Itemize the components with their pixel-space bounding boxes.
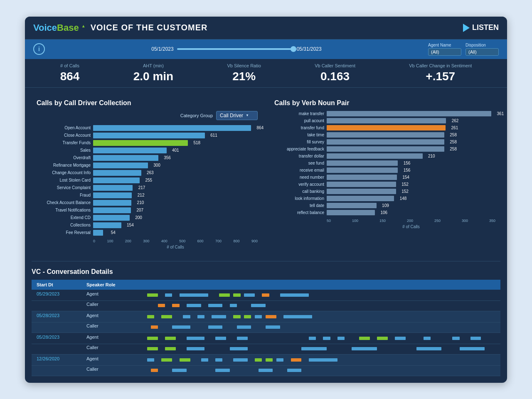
timeline-segment [165, 337, 176, 340]
timeline-segment [215, 358, 222, 362]
timeline-segment [283, 315, 312, 318]
timeline-segment [395, 337, 406, 340]
bar-row-right: need number 154 [274, 175, 495, 180]
table-row: 05/29/2023 Agent [32, 290, 500, 301]
speaker-role: Caller [86, 323, 128, 331]
speaker-role: Agent [86, 335, 128, 342]
bar: 207 [93, 207, 131, 213]
bar: 255 [93, 177, 140, 183]
metric-label: Vb Silence Ratio [227, 63, 261, 68]
timeline-segment [172, 325, 190, 329]
bar-row-right: verify account 152 [274, 182, 495, 187]
axis-label: 600 [197, 239, 204, 243]
timeline-segment [172, 304, 179, 307]
bar-container-right: 258 [327, 139, 495, 145]
bar-container: 518 [93, 140, 258, 146]
axis-label: 50 [327, 219, 331, 223]
axis-label: 400 [161, 239, 167, 243]
bar-container: 300 [93, 163, 258, 168]
timeline-cell [136, 335, 495, 342]
timeline-cell [136, 367, 495, 374]
bar-label: Extend CD [37, 215, 91, 220]
timeline-segment [187, 304, 201, 307]
left-chart-title: Calls by Call Driver Collection [37, 99, 258, 107]
metric-value: 21% [227, 70, 261, 83]
bar-row: Close Account 611 [37, 133, 258, 138]
bar: 148 [327, 196, 394, 201]
speaker-role: Caller [86, 345, 128, 352]
bar: 401 [93, 148, 167, 153]
right-x-axis: 50100150200250300350 [274, 219, 495, 223]
timeline-segment [287, 369, 302, 372]
bar-value: 207 [136, 207, 143, 213]
bar-container-right: 148 [327, 196, 495, 201]
bar-row: Check Account Balance 210 [37, 200, 258, 206]
bar-container: 611 [93, 133, 258, 138]
header: VoiceBase ▲ VOICE OF THE CUSTOMER LISTEN [25, 17, 507, 39]
axis-label: 700 [215, 239, 222, 243]
bar: 258 [327, 139, 444, 145]
bar-value: 258 [450, 132, 457, 138]
table-row: 05/28/2023 Agent [32, 333, 500, 344]
date-slider[interactable] [177, 48, 293, 50]
bar-row-right: call banking 152 [274, 189, 495, 194]
bar-container-right: 156 [327, 167, 495, 173]
timeline-segment [161, 358, 172, 362]
bar-value: 217 [138, 185, 145, 191]
bar-value: 156 [404, 167, 411, 173]
bar-label-right: reflect balance [274, 210, 324, 215]
bar-label-right: need number [274, 175, 324, 180]
left-chart: Calls by Call Driver Collection Category… [32, 94, 263, 254]
bar-label-right: take time [274, 133, 324, 137]
axis-label: 200 [125, 239, 131, 243]
timeline-segment [147, 358, 154, 362]
timeline-segment [208, 325, 223, 329]
bar-container-right: 210 [327, 153, 495, 159]
bar-label: Lost Stolen Card [37, 178, 91, 182]
bar-row-right: see fund 156 [274, 160, 495, 166]
sub-row: Caller [32, 323, 500, 333]
axis-label: 500 [179, 239, 185, 243]
timeline-segment [165, 347, 176, 350]
category-dropdown[interactable]: Call Driver [216, 111, 258, 120]
bar-row-right: receive email 156 [274, 167, 495, 173]
metric-value: 0.163 [315, 70, 355, 83]
timeline-segment [352, 347, 377, 350]
table-header-cell: Speaker Role [86, 282, 128, 287]
info-icon[interactable]: i [33, 43, 45, 55]
bar-row: Refinance Mortgage 300 [37, 163, 258, 168]
right-bar-chart: make transfer 361 pull acount 262 transf… [274, 111, 495, 215]
bar-container-right: 361 [327, 111, 495, 116]
bottom-section-title: VC - Conversation Details [32, 268, 500, 276]
listen-label: LISTEN [472, 23, 499, 32]
bar: 611 [93, 133, 205, 138]
timeline-segment [161, 315, 172, 318]
bar-label: Fee Reversal [37, 230, 91, 235]
disposition-select[interactable]: (All) [466, 48, 499, 56]
bar-label: Change Account Info [37, 170, 91, 175]
listen-button[interactable]: LISTEN [463, 23, 499, 32]
bar-value: 611 [210, 133, 217, 138]
right-chart-title: Calls by Verb Noun Pair [274, 99, 495, 107]
metric-value: +.157 [409, 70, 472, 83]
bar-label: Refinance Mortgage [37, 163, 91, 167]
bar-value: 109 [382, 203, 389, 209]
timeline-segment [244, 315, 251, 318]
timeline-segment [416, 347, 441, 350]
speaker-role: Caller [86, 302, 128, 309]
main-content: Calls by Call Driver Collection Category… [25, 88, 507, 261]
timeline-segment [377, 337, 388, 340]
timeline-cell [136, 323, 495, 331]
bar-container: 356 [93, 155, 258, 161]
timeline-segment [301, 347, 326, 350]
bar: 210 [327, 153, 423, 159]
agent-select[interactable]: (All) [428, 48, 461, 56]
timeline-segment [172, 369, 187, 372]
bar-container: 212 [93, 192, 258, 198]
bar: 154 [327, 175, 397, 180]
timeline-segment [452, 337, 459, 340]
bar: 152 [327, 189, 396, 194]
timeline-segment [237, 325, 251, 329]
bar-container: 207 [93, 207, 258, 213]
bar: 156 [327, 160, 398, 166]
